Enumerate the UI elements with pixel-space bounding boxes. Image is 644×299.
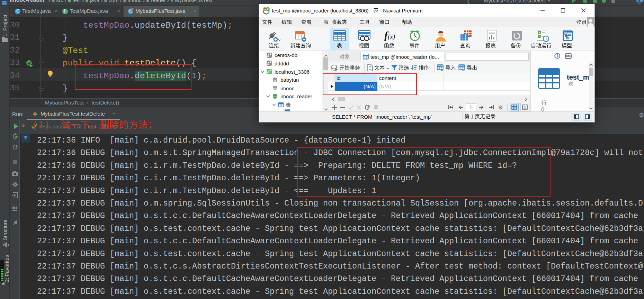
svg-text:9: 9 — [15, 135, 17, 139]
svg-text:(x): (x) — [388, 33, 395, 40]
svg-text:DDL: DDL — [566, 55, 572, 58]
